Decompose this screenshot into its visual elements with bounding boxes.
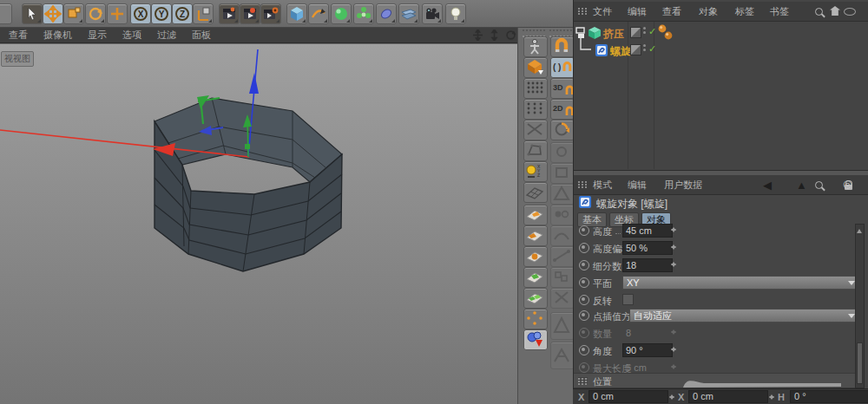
- coordinate-system-icon[interactable]: [193, 3, 214, 24]
- viewport-menu-filter[interactable]: 过滤: [157, 29, 176, 42]
- texture-mode-icon[interactable]: [523, 78, 548, 99]
- visibility-dots[interactable]: [643, 27, 646, 36]
- key-toggle[interactable]: [579, 260, 589, 270]
- rotate-view-icon[interactable]: [505, 29, 516, 41]
- key-toggle[interactable]: [579, 310, 589, 321]
- generator-check[interactable]: ✓: [648, 26, 656, 37]
- key-toggle[interactable]: [579, 243, 589, 253]
- snap-option-icon[interactable]: [550, 246, 575, 267]
- stepper[interactable]: [671, 344, 677, 355]
- quantize-icon[interactable]: [523, 329, 548, 350]
- pan-view-icon[interactable]: [472, 29, 483, 41]
- y-lock-button[interactable]: Y: [151, 3, 172, 24]
- snap-2d-icon[interactable]: 2D: [550, 99, 575, 120]
- model-mode-icon[interactable]: [523, 57, 548, 78]
- viewport-menu-display[interactable]: 显示: [88, 29, 107, 42]
- stepper[interactable]: [671, 242, 677, 252]
- render-settings-icon[interactable]: [260, 3, 281, 24]
- plane-dropdown[interactable]: XY: [622, 276, 858, 290]
- panel-grip-icon[interactable]: [578, 180, 588, 188]
- subdivision-surface-icon[interactable]: [331, 3, 352, 24]
- key-toggle[interactable]: [579, 225, 589, 236]
- snap-option-icon[interactable]: [550, 225, 575, 246]
- visibility-box[interactable]: [630, 27, 641, 38]
- rotation-h-field[interactable]: 0 °: [790, 390, 868, 403]
- snap-option-icon[interactable]: [550, 163, 575, 184]
- select-tool-icon[interactable]: [22, 3, 43, 24]
- coord-x-field[interactable]: 0 cm: [589, 390, 668, 403]
- key-toggle[interactable]: [579, 345, 589, 355]
- workplane-mode-icon-1[interactable]: [523, 205, 548, 225]
- auto-snap-icon[interactable]: ( ): [550, 57, 575, 78]
- snap-option-icon[interactable]: [550, 184, 575, 205]
- attribute-scrollbar[interactable]: [855, 224, 865, 388]
- last-tool-icon[interactable]: [107, 3, 128, 24]
- om-menu-tags[interactable]: 标签: [735, 5, 754, 18]
- snap-option-icon[interactable]: [550, 288, 575, 309]
- scrollbar-thumb[interactable]: [857, 342, 863, 384]
- om-menu-bookmark[interactable]: 书签: [770, 5, 789, 18]
- plane-snap-icon-1[interactable]: [523, 267, 548, 288]
- key-toggle[interactable]: [579, 362, 589, 373]
- eye-icon[interactable]: [844, 8, 856, 16]
- key-toggle[interactable]: [579, 328, 589, 338]
- search-icon[interactable]: [815, 181, 825, 192]
- workplane-mode-icon-2[interactable]: [523, 225, 548, 246]
- am-menu-mode[interactable]: 模式: [593, 179, 612, 192]
- subdivision-field[interactable]: 18: [622, 258, 673, 272]
- x-lock-button[interactable]: X: [130, 3, 151, 24]
- reverse-checkbox[interactable]: [622, 294, 634, 305]
- size-x-field[interactable]: 0 cm: [688, 390, 768, 403]
- snap-option-icon[interactable]: [550, 342, 575, 369]
- position-section-header[interactable]: 位置: [574, 373, 860, 388]
- om-menu-object[interactable]: 对象: [699, 5, 718, 18]
- key-toggle[interactable]: [579, 295, 589, 305]
- rotate-snap-icon[interactable]: [550, 120, 575, 140]
- generator-modifier-icon[interactable]: [353, 3, 374, 24]
- object-row-extrude[interactable]: 挤压 ✓: [574, 25, 868, 41]
- stepper[interactable]: [671, 259, 677, 270]
- back-arrow-icon[interactable]: ◀: [763, 179, 772, 192]
- perspective-viewport[interactable]: 视视图: [0, 44, 524, 404]
- environment-floor-icon[interactable]: [398, 3, 419, 24]
- render-view-icon[interactable]: [219, 3, 240, 24]
- stepper[interactable]: [671, 225, 677, 235]
- intermediate-points-dropdown[interactable]: 自动适应: [629, 309, 858, 323]
- am-menu-userdata[interactable]: 用户数据: [664, 179, 702, 192]
- height-field[interactable]: 45 cm: [622, 224, 673, 238]
- object-name[interactable]: 挤压: [603, 27, 624, 42]
- snap-3d-icon[interactable]: 3D: [550, 78, 575, 99]
- deformer-icon[interactable]: [376, 3, 397, 24]
- move-tool-icon[interactable]: [43, 3, 63, 24]
- om-menu-edit[interactable]: 编辑: [628, 5, 647, 18]
- phong-tag-icon[interactable]: [657, 23, 674, 42]
- am-menu-edit[interactable]: 编辑: [628, 179, 647, 192]
- target-icon[interactable]: ◎: [843, 178, 852, 190]
- scale-tool-icon[interactable]: [63, 3, 84, 24]
- stepper[interactable]: [669, 392, 675, 402]
- viewport-menu-options[interactable]: 选项: [122, 29, 141, 42]
- visibility-box[interactable]: [630, 44, 641, 55]
- visibility-dots[interactable]: [643, 44, 646, 54]
- light-icon[interactable]: [445, 3, 466, 24]
- z-lock-button[interactable]: Z: [172, 3, 193, 24]
- generator-check[interactable]: ✓: [648, 43, 656, 55]
- spline-pen-icon[interactable]: [308, 3, 329, 24]
- search-icon[interactable]: [815, 8, 825, 18]
- scroll-up-icon[interactable]: [857, 226, 862, 233]
- snap-option-icon[interactable]: [550, 142, 575, 163]
- stepper[interactable]: [769, 392, 775, 402]
- key-toggle[interactable]: [579, 277, 589, 288]
- make-editable-icon[interactable]: [523, 36, 548, 57]
- object-name[interactable]: 螺旋: [610, 44, 631, 59]
- up-arrow-icon[interactable]: ▲: [796, 179, 807, 192]
- rotate-tool-icon[interactable]: [85, 3, 106, 24]
- point-mode-icon[interactable]: [523, 99, 548, 120]
- home-icon[interactable]: [830, 6, 840, 16]
- viewport-menu-view[interactable]: 查看: [9, 29, 28, 42]
- guide-points-icon[interactable]: [523, 309, 548, 329]
- polygon-mode-icon[interactable]: [523, 140, 548, 161]
- zoom-view-icon[interactable]: [489, 29, 500, 41]
- viewport-menu-panel[interactable]: 面板: [192, 29, 211, 42]
- undo-icon[interactable]: [0, 3, 12, 24]
